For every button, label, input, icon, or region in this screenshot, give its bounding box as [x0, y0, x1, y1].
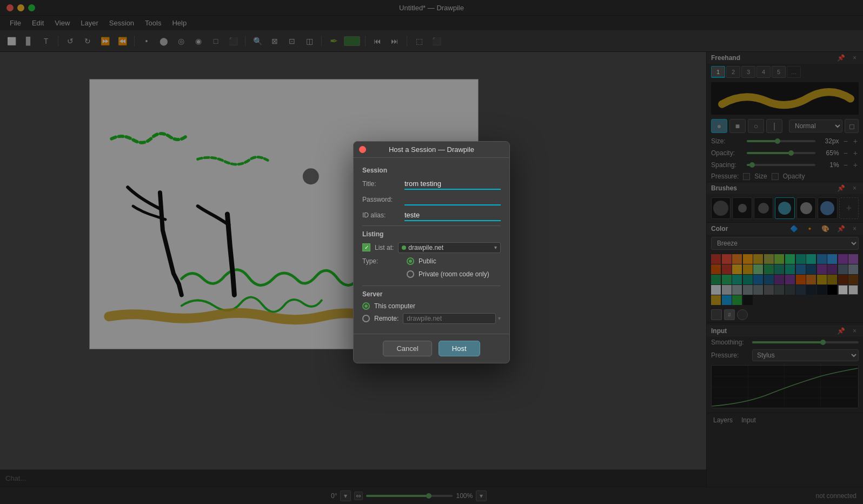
host-session-dialog: Host a Session — Drawpile Session Title:…: [353, 141, 510, 363]
type-public-radio[interactable]: [407, 257, 414, 265]
host-button[interactable]: Host: [439, 341, 480, 356]
listing-select-text: drawpile.net: [408, 244, 492, 251]
this-computer-label: This computer: [374, 302, 415, 310]
dialog-title: Host a Session — Drawpile: [389, 145, 474, 154]
radio-dot: [409, 260, 412, 263]
list-at-label: List at:: [375, 244, 394, 251]
remote-radio[interactable]: [362, 315, 370, 322]
type-row: Type: Public Private (room code only): [362, 257, 501, 281]
session-section-label: Session: [362, 167, 501, 174]
remote-arrow: ▾: [498, 315, 501, 321]
type-private-row: Private (room code only): [404, 270, 489, 278]
password-input[interactable]: [404, 194, 501, 205]
listing-section-label: Listing: [362, 230, 501, 238]
listing-dot: [402, 246, 406, 250]
id-alias-field-row: ID alias:: [362, 210, 501, 221]
type-private-label: Private (room code only): [419, 270, 489, 278]
dialog-overlay: Host a Session — Drawpile Session Title:…: [0, 0, 863, 504]
dialog-buttons: Cancel Host: [354, 334, 509, 363]
password-field-row: Password:: [362, 194, 501, 205]
dialog-divider-2: [362, 286, 501, 286]
remote-input-wrapper: ▾: [403, 313, 501, 324]
id-alias-field-label: ID alias:: [362, 211, 400, 219]
remote-input[interactable]: [403, 313, 496, 324]
type-label: Type:: [362, 257, 400, 265]
list-at-select[interactable]: drawpile.net ▾: [398, 242, 501, 253]
type-private-radio[interactable]: [407, 270, 414, 278]
list-at-row: ✓ List at: drawpile.net ▾: [362, 242, 501, 253]
remote-row: Remote: ▾: [362, 313, 501, 324]
dialog-body: Session Title: Password: ID alias: Listi…: [354, 158, 509, 334]
title-field-label: Title:: [362, 180, 400, 188]
title-input[interactable]: [404, 178, 501, 190]
password-field-label: Password:: [362, 196, 400, 203]
server-section-label: Server: [362, 290, 501, 298]
type-public-row: Public: [404, 257, 489, 265]
cancel-button[interactable]: Cancel: [383, 341, 432, 356]
title-field-row: Title:: [362, 178, 501, 190]
remote-label: Remote:: [374, 315, 399, 322]
type-public-label: Public: [419, 257, 436, 265]
this-computer-row: This computer: [362, 302, 501, 310]
this-computer-radio[interactable]: [362, 302, 370, 310]
dialog-divider-1: [362, 226, 501, 226]
list-at-checkbox[interactable]: ✓: [362, 243, 370, 251]
this-computer-radio-dot: [364, 304, 368, 308]
type-options: Public Private (room code only): [404, 257, 489, 281]
dialog-titlebar: Host a Session — Drawpile: [354, 142, 509, 158]
id-alias-input[interactable]: [404, 210, 501, 221]
dialog-close-button[interactable]: [359, 146, 366, 153]
listing-arrow: ▾: [494, 244, 497, 250]
